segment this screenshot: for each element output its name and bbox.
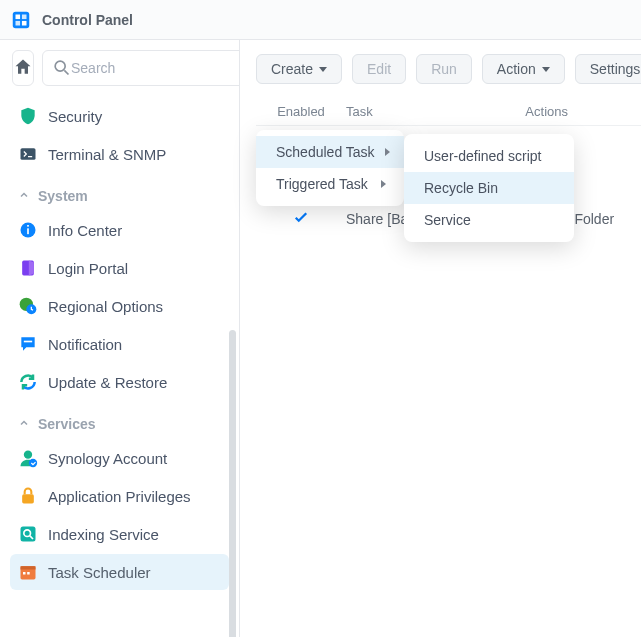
index-search-icon — [18, 524, 38, 544]
toolbar: Create Edit Run Action Settings — [240, 40, 641, 98]
table-header: Enabled Task Actions — [256, 98, 641, 126]
terminal-icon — [18, 144, 38, 164]
menu-item-label: Recycle Bin — [424, 180, 498, 196]
sidebar-group-system[interactable]: System — [10, 174, 229, 210]
svg-rect-24 — [27, 572, 30, 575]
menu-item-scheduled-task[interactable]: Scheduled Task — [256, 136, 404, 168]
menu-item-label: Scheduled Task — [276, 144, 375, 160]
svg-rect-1 — [16, 14, 21, 19]
menu-item-label: Triggered Task — [276, 176, 368, 192]
button-label: Settings — [590, 61, 641, 77]
caret-down-icon — [319, 67, 327, 72]
action-button[interactable]: Action — [482, 54, 565, 84]
scheduled-task-submenu: User-defined script Recycle Bin Service — [404, 134, 574, 242]
caret-down-icon — [542, 67, 550, 72]
sidebar-item-label: Terminal & SNMP — [48, 146, 166, 163]
sidebar-item-security[interactable]: Security — [10, 98, 229, 134]
search-field[interactable] — [42, 50, 240, 86]
sidebar-item-label: Notification — [48, 336, 122, 353]
button-label: Action — [497, 61, 536, 77]
group-label: Services — [38, 416, 96, 432]
button-label: Run — [431, 61, 457, 77]
col-header-task[interactable]: Task — [346, 104, 525, 119]
calendar-icon — [18, 562, 38, 582]
sidebar-item-info-center[interactable]: Info Center — [10, 212, 229, 248]
sidebar-item-label: Update & Restore — [48, 374, 167, 391]
run-button[interactable]: Run — [416, 54, 472, 84]
svg-rect-7 — [21, 148, 36, 160]
info-icon — [18, 220, 38, 240]
door-icon — [18, 258, 38, 278]
menu-item-user-defined-script[interactable]: User-defined script — [404, 140, 574, 172]
sidebar-item-label: Login Portal — [48, 260, 128, 277]
sidebar-item-label: Task Scheduler — [48, 564, 151, 581]
svg-rect-2 — [22, 14, 27, 19]
sidebar-item-label: Info Center — [48, 222, 122, 239]
control-panel-icon — [10, 9, 32, 31]
edit-button[interactable]: Edit — [352, 54, 406, 84]
sidebar-item-label: Synology Account — [48, 450, 167, 467]
chevron-right-icon — [381, 180, 386, 188]
svg-point-16 — [29, 459, 37, 467]
svg-rect-4 — [22, 20, 27, 25]
sidebar-item-label: Security — [48, 108, 102, 125]
refresh-icon — [18, 372, 38, 392]
sidebar-item-application-privileges[interactable]: Application Privileges — [10, 478, 229, 514]
svg-point-15 — [24, 451, 32, 459]
svg-rect-3 — [16, 20, 21, 25]
sidebar-item-login-portal[interactable]: Login Portal — [10, 250, 229, 286]
sidebar-item-notification[interactable]: Notification — [10, 326, 229, 362]
globe-clock-icon — [18, 296, 38, 316]
svg-rect-22 — [21, 566, 36, 569]
button-label: Create — [271, 61, 313, 77]
sidebar-item-regional-options[interactable]: Regional Options — [10, 288, 229, 324]
sidebar-item-indexing-service[interactable]: Indexing Service — [10, 516, 229, 552]
lock-icon — [18, 486, 38, 506]
sidebar-group-services[interactable]: Services — [10, 402, 229, 438]
svg-rect-14 — [24, 341, 32, 343]
svg-rect-9 — [27, 228, 29, 234]
svg-line-6 — [64, 70, 68, 74]
sidebar-item-synology-account[interactable]: Synology Account — [10, 440, 229, 476]
menu-item-triggered-task[interactable]: Triggered Task — [256, 168, 404, 200]
home-button[interactable] — [12, 50, 34, 86]
col-header-action[interactable]: Actions — [525, 104, 641, 119]
create-button[interactable]: Create — [256, 54, 342, 84]
svg-point-5 — [55, 61, 65, 71]
search-icon — [51, 57, 71, 80]
home-icon — [13, 57, 33, 80]
col-header-enabled[interactable]: Enabled — [256, 104, 346, 119]
create-menu: Scheduled Task Triggered Task — [256, 130, 404, 206]
sidebar-item-label: Regional Options — [48, 298, 163, 315]
svg-rect-0 — [13, 11, 30, 28]
sidebar-item-label: Indexing Service — [48, 526, 159, 543]
sidebar-item-update-restore[interactable]: Update & Restore — [10, 364, 229, 400]
shield-icon — [18, 106, 38, 126]
sidebar-item-task-scheduler[interactable]: Task Scheduler — [10, 554, 229, 590]
menu-item-recycle-bin[interactable]: Recycle Bin — [404, 172, 574, 204]
sidebar-item-terminal-snmp[interactable]: Terminal & SNMP — [10, 136, 229, 172]
svg-rect-23 — [23, 572, 26, 575]
menu-item-service[interactable]: Service — [404, 204, 574, 236]
menu-item-label: User-defined script — [424, 148, 542, 164]
group-label: System — [38, 188, 88, 204]
button-label: Edit — [367, 61, 391, 77]
sidebar-item-label: Application Privileges — [48, 488, 191, 505]
account-icon — [18, 448, 38, 468]
svg-rect-17 — [22, 494, 34, 503]
titlebar: Control Panel — [0, 0, 641, 40]
chat-icon — [18, 334, 38, 354]
settings-button[interactable]: Settings — [575, 54, 641, 84]
window-title: Control Panel — [42, 12, 133, 28]
svg-rect-18 — [21, 527, 36, 542]
chevron-up-icon — [18, 188, 30, 204]
check-icon — [292, 208, 310, 226]
menu-item-label: Service — [424, 212, 471, 228]
sidebar: Security Terminal & SNMP System Info Cen… — [0, 40, 240, 637]
chevron-up-icon — [18, 416, 30, 432]
search-input[interactable] — [71, 60, 240, 76]
svg-rect-10 — [27, 225, 29, 227]
chevron-right-icon — [385, 148, 390, 156]
sidebar-scrollbar[interactable] — [229, 330, 236, 637]
